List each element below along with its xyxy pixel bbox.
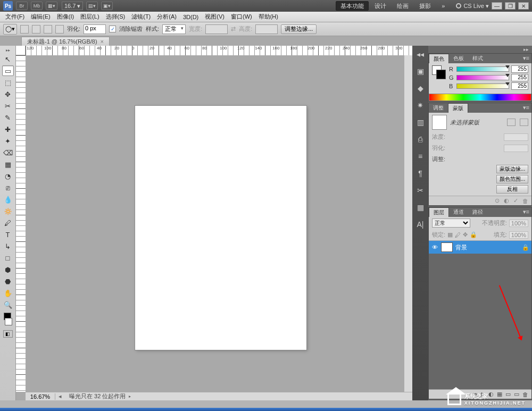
window-minimize-button[interactable]: — (492, 2, 502, 10)
document-tab-close-icon[interactable]: × (101, 38, 104, 45)
color-swatch[interactable] (2, 311, 14, 327)
workspace-tab-photography[interactable]: 摄影 (414, 1, 436, 11)
add-pixel-mask-icon[interactable] (507, 119, 516, 126)
type-tool[interactable]: T (2, 229, 14, 240)
invert-button[interactable]: 反相 (496, 185, 528, 194)
antialias-checkbox[interactable]: ✓ (109, 26, 116, 32)
feather-input[interactable]: 0 px (84, 24, 106, 34)
stamp-tool[interactable]: ⌫ (2, 147, 14, 158)
color-panel-menu-icon[interactable]: ▾≡ (521, 54, 531, 63)
layer-lock-icon[interactable]: 🔒 (522, 244, 529, 251)
lock-pixels-icon[interactable]: 🖊 (455, 232, 461, 238)
move-tool[interactable]: ↖ (2, 54, 14, 64)
paragraph-icon[interactable]: ¶ (415, 168, 426, 179)
crop-tool[interactable]: ✂ (2, 100, 14, 111)
zoom-level[interactable]: 16.67% (26, 393, 55, 400)
blend-mode-select[interactable]: 正常 (432, 219, 470, 228)
history-icon[interactable]: ⎙ (415, 134, 426, 145)
menu-edit[interactable]: 编辑(E) (28, 12, 54, 22)
status-menu-icon[interactable]: ▸ (129, 394, 131, 399)
layer-thumbnail[interactable] (441, 242, 453, 252)
mask-edge-button[interactable]: 蒙版边缘... (496, 165, 528, 173)
workspace-more[interactable]: » (437, 1, 450, 11)
minibridge-icon[interactable]: Mb (31, 2, 43, 10)
menu-layer[interactable]: 图层(L) (77, 12, 102, 22)
color-range-button[interactable]: 颜色范围... (496, 175, 528, 183)
eraser-tool[interactable]: ◔ (2, 171, 14, 181)
screen-mode-icon[interactable]: ▦▾ (46, 2, 57, 10)
workspace-tab-essentials[interactable]: 基本功能 (336, 1, 369, 11)
menu-filter[interactable]: 滤镜(T) (128, 12, 154, 22)
vertical-scrollbar[interactable] (404, 55, 412, 392)
eyedropper-tool[interactable]: ✎ (2, 112, 14, 123)
styles-tab[interactable]: 样式 (468, 54, 487, 63)
mask-footer-icon-2[interactable]: ◐ (504, 197, 509, 204)
channels-tab[interactable]: 通道 (449, 207, 468, 217)
current-tool-icon[interactable]: ◯▾ (3, 24, 17, 35)
layers-tab[interactable]: 图层 (429, 207, 449, 217)
selection-mode-intersect-icon[interactable] (55, 25, 64, 33)
tools-collapse-icon[interactable]: ▸▸ (0, 48, 15, 53)
swatches-tab[interactable]: 色板 (449, 54, 468, 63)
3d-camera-tool[interactable]: ⬣ (2, 276, 14, 287)
menu-file[interactable]: 文件(F) (2, 12, 28, 22)
dodge-tool[interactable]: 🔅 (2, 206, 14, 216)
color-tab[interactable]: 颜色 (429, 54, 449, 63)
selection-mode-new-icon[interactable] (20, 25, 29, 33)
window-restore-button[interactable]: ❐ (505, 2, 516, 10)
menu-3d[interactable]: 3D(D) (180, 13, 202, 21)
opacity-value[interactable]: 100% (509, 220, 528, 227)
selection-mode-add-icon[interactable] (32, 25, 40, 33)
history-brush-tool[interactable]: ▦ (2, 159, 14, 170)
menu-help[interactable]: 帮助(H) (255, 12, 281, 22)
mask-panel-menu-icon[interactable]: ▾≡ (521, 103, 531, 113)
cs-live-button[interactable]: CS Live ▾ (456, 3, 489, 10)
menu-analysis[interactable]: 分析(A) (154, 12, 180, 22)
mask-thumbnail[interactable] (432, 115, 447, 130)
hand-tool[interactable]: ✋ (2, 288, 14, 298)
document-viewport[interactable] (26, 55, 404, 392)
menu-select[interactable]: 选择(S) (103, 12, 129, 22)
g-value[interactable]: 255 (511, 74, 528, 81)
selection-mode-subtract-icon[interactable] (44, 25, 52, 33)
masks-tab[interactable]: 蒙版 (448, 103, 468, 113)
style-select[interactable]: 正常 (162, 24, 186, 34)
actions-icon[interactable]: ≡ (415, 151, 426, 162)
color-panel-swatch[interactable] (432, 65, 446, 79)
panels-collapse-icon[interactable]: ▸▸ (428, 46, 532, 53)
workspace-tab-design[interactable]: 设计 (370, 1, 391, 11)
quick-select-tool[interactable]: ✥ (2, 89, 14, 99)
zoom-tool[interactable]: 🔍 (2, 299, 14, 310)
adjustments-tab[interactable]: 调整 (429, 103, 448, 113)
mask-footer-icon-3[interactable]: ✓ (513, 197, 518, 204)
lock-position-icon[interactable]: ✥ (463, 231, 468, 238)
arrange-icon[interactable]: ▤▾ (86, 2, 98, 10)
mask-footer-trash-icon[interactable]: 🗑 (522, 198, 528, 204)
brush-tool[interactable]: ✦ (2, 136, 14, 146)
path-select-tool[interactable]: ↳ (2, 241, 14, 251)
color-ramp[interactable] (429, 94, 531, 101)
menu-image[interactable]: 图像(I) (54, 12, 77, 22)
fill-value[interactable]: 100% (509, 231, 528, 239)
layer-row[interactable]: 👁 背景 🔒 (429, 241, 531, 254)
g-slider[interactable] (456, 75, 509, 80)
layer-visibility-icon[interactable]: 👁 (431, 244, 438, 251)
bridge-icon[interactable]: Br (16, 2, 28, 10)
healing-tool[interactable]: ✚ (2, 124, 14, 135)
blur-tool[interactable]: 💧 (2, 194, 14, 205)
menu-view[interactable]: 视图(V) (202, 12, 228, 22)
tool-preset-icon[interactable]: ✂ (415, 185, 426, 196)
dock-collapse-icon[interactable]: ◂◂ (415, 49, 426, 60)
navigator-icon[interactable]: ▣ (415, 66, 426, 77)
ruler-vertical[interactable] (16, 55, 26, 392)
menu-window[interactable]: 窗口(W) (228, 12, 255, 22)
zoom-dropdown[interactable]: 16.7 ▾ (62, 2, 83, 10)
status-prev-icon[interactable]: ◂ (55, 393, 65, 400)
character-icon[interactable]: A| (415, 219, 426, 230)
workspace-tab-painting[interactable]: 绘画 (392, 1, 413, 11)
swatches-icon[interactable]: ▦ (415, 202, 426, 213)
histogram-icon[interactable]: ◆ (415, 83, 426, 94)
window-close-button[interactable]: ✕ (518, 2, 529, 10)
shape-tool[interactable]: □ (2, 253, 14, 263)
ruler-horizontal[interactable]: 120 100 80 60 40 20 0 20 40 60 80 100 12… (26, 46, 412, 55)
